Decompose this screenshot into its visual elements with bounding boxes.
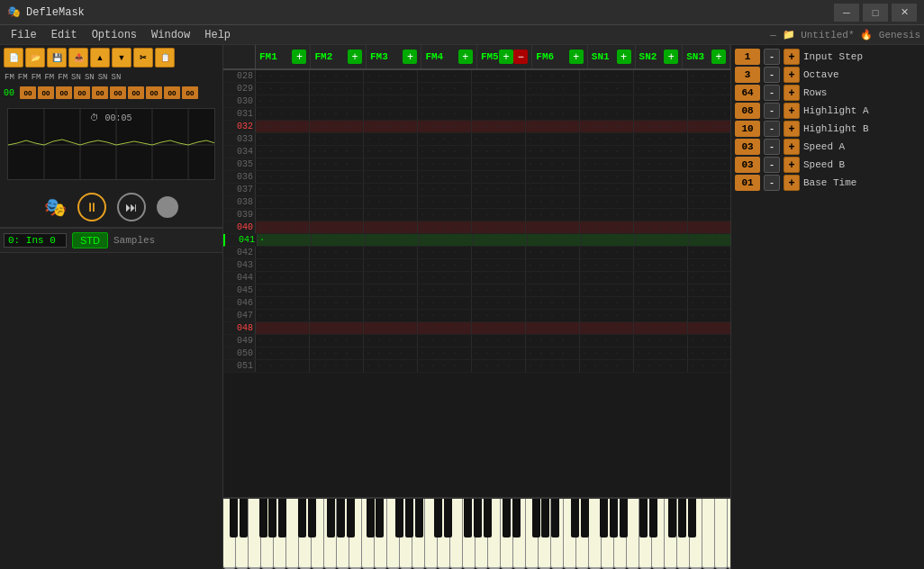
pattern-cell[interactable]: · · · · xyxy=(472,335,526,347)
pattern-cell[interactable]: · · · · xyxy=(634,297,688,309)
black-key[interactable] xyxy=(678,499,686,537)
pattern-cell[interactable]: · · · · xyxy=(580,259,634,271)
pattern-cell[interactable]: · · · · xyxy=(310,108,364,120)
pattern-cell[interactable]: · · · · xyxy=(312,234,366,246)
pattern-row[interactable]: 046· · · ·· · · ·· · · ·· · · ·· · · ·· … xyxy=(223,297,730,310)
pattern-cell[interactable]: · · · · xyxy=(472,171,526,183)
pattern-cell[interactable]: · · · · xyxy=(364,247,418,258)
menu-help[interactable]: Help xyxy=(197,27,238,43)
ch8-btn[interactable]: 00 xyxy=(146,86,162,99)
open-button[interactable]: 📂 xyxy=(25,48,45,68)
pattern-cell[interactable]: · · · · xyxy=(688,133,730,145)
pattern-row[interactable]: 037· · · ·· · · ·· · · ·· · · ·· · · ·· … xyxy=(223,184,730,196)
pattern-cell[interactable]: · · · · xyxy=(366,234,420,246)
pattern-cell[interactable]: · · · · xyxy=(526,322,580,334)
pattern-cell[interactable]: · · · · xyxy=(364,133,418,145)
fm2-add-btn[interactable]: + xyxy=(348,50,362,64)
fm5-minus-btn[interactable]: − xyxy=(513,50,528,64)
pattern-cell[interactable]: · · · · xyxy=(418,272,472,284)
pattern-row[interactable]: 033· · · ·· · · ·· · · ·· · · ·· · · ·· … xyxy=(223,133,730,146)
pattern-cell[interactable]: · · · · xyxy=(634,335,688,347)
pattern-cell[interactable]: · · · · xyxy=(634,209,688,221)
pattern-cell[interactable]: · · · · xyxy=(418,259,472,271)
speed-a-minus[interactable]: - xyxy=(764,139,780,155)
pattern-row[interactable]: 036· · · ·· · · ·· · · ·· · · ·· · · ·· … xyxy=(223,171,730,184)
pattern-cell[interactable]: · · · · xyxy=(580,360,634,372)
pattern-cell[interactable]: · · · · xyxy=(364,70,418,82)
pattern-cell[interactable]: · · · · xyxy=(364,310,418,321)
pattern-cell[interactable]: · · · · xyxy=(310,158,364,170)
ch9-btn[interactable]: 00 xyxy=(164,86,180,99)
pattern-cell[interactable]: · · · · xyxy=(472,322,526,334)
pattern-cell[interactable]: · · · · xyxy=(580,310,634,321)
pattern-cell[interactable]: · · · · xyxy=(634,247,688,258)
black-key[interactable] xyxy=(474,499,482,537)
pattern-cell[interactable]: · · · · xyxy=(256,146,310,158)
pattern-cell[interactable]: · · · · xyxy=(256,196,310,208)
pattern-row[interactable]: 040· · · ·· · · ·· · · ·· · · ·· · · ·· … xyxy=(223,221,730,234)
pattern-cell[interactable]: · · · · xyxy=(688,158,730,170)
pattern-cell[interactable]: · · · · xyxy=(526,221,580,233)
pattern-cell[interactable]: · · · · xyxy=(526,247,580,258)
black-key[interactable] xyxy=(444,499,452,537)
pattern-cell[interactable]: · · · · xyxy=(472,297,526,309)
black-key[interactable] xyxy=(639,499,648,537)
pattern-cell[interactable]: · · · · xyxy=(580,284,634,296)
piano-keyboard[interactable] xyxy=(223,497,730,569)
pattern-cell[interactable]: · · · · xyxy=(634,133,688,145)
pattern-cell[interactable]: · · · · xyxy=(310,70,364,82)
new-button[interactable]: 📄 xyxy=(4,48,23,68)
pattern-row[interactable]: 042· · · ·· · · ·· · · ·· · · ·· · · ·· … xyxy=(223,247,730,259)
pattern-cell[interactable]: · · · · xyxy=(418,221,472,233)
pattern-cell[interactable]: · · · · xyxy=(310,121,364,132)
pattern-cell[interactable]: · · · · xyxy=(364,284,418,296)
white-key[interactable] xyxy=(702,499,715,569)
pattern-cell[interactable]: · · · · xyxy=(580,95,634,107)
pattern-cell[interactable]: · · · · xyxy=(634,272,688,284)
pattern-cell[interactable]: · · · · xyxy=(472,259,526,271)
pattern-row[interactable]: 029· · · ·· · · ·· · · ·· · · ·· · · ·· … xyxy=(223,83,730,95)
ch1-btn[interactable]: 00 xyxy=(20,86,36,99)
pattern-cell[interactable]: · · · · xyxy=(580,121,634,132)
black-key[interactable] xyxy=(337,499,345,537)
pattern-cell[interactable]: · · · · xyxy=(472,95,526,107)
pattern-cell[interactable]: · · · · xyxy=(688,209,730,221)
pattern-cell[interactable]: · · · · xyxy=(256,272,310,284)
pattern-cell[interactable]: · · · · xyxy=(364,259,418,271)
pattern-cell[interactable]: · · · · xyxy=(256,221,310,233)
pattern-cell[interactable]: · · · · xyxy=(580,133,634,145)
highlight-a-minus[interactable]: - xyxy=(764,103,780,119)
down-button[interactable]: ▼ xyxy=(112,48,131,68)
pattern-cell[interactable]: · · · · xyxy=(364,272,418,284)
pattern-cell[interactable]: · · · · xyxy=(364,209,418,221)
black-key[interactable] xyxy=(230,499,238,537)
pattern-cell[interactable]: · · · · xyxy=(688,310,730,321)
pattern-cell[interactable]: · · · · xyxy=(418,121,472,132)
pause-button[interactable]: ⏸ xyxy=(77,193,106,221)
speed-b-minus[interactable]: - xyxy=(764,157,780,173)
sn1-add-btn[interactable]: + xyxy=(617,50,631,64)
pattern-cell[interactable]: · · · · xyxy=(688,121,730,132)
pattern-cell[interactable]: · · · · xyxy=(418,108,472,120)
pattern-cell[interactable]: · · · · xyxy=(256,297,310,309)
pattern-cell[interactable]: · · · · xyxy=(256,70,310,82)
pattern-cell[interactable]: · · · · xyxy=(580,247,634,258)
black-key[interactable] xyxy=(668,499,676,537)
pattern-cell[interactable]: · · · · xyxy=(364,158,418,170)
save-button[interactable]: 💾 xyxy=(47,48,67,68)
pattern-cell[interactable]: · · · · xyxy=(310,209,364,221)
black-key[interactable] xyxy=(551,499,559,537)
menu-edit[interactable]: Edit xyxy=(44,27,85,43)
pattern-cell[interactable]: · · · · xyxy=(688,196,730,208)
black-key[interactable] xyxy=(278,499,286,537)
pattern-cell[interactable]: · · · · xyxy=(526,310,580,321)
pattern-cell[interactable]: · · · · xyxy=(310,196,364,208)
pattern-cell[interactable]: · · · · xyxy=(636,234,690,246)
pattern-cell[interactable]: · · · · xyxy=(472,158,526,170)
fm3-add-btn[interactable]: + xyxy=(403,50,417,64)
pattern-row[interactable]: 034· · · ·· · · ·· · · ·· · · ·· · · ·· … xyxy=(223,146,730,158)
ch5-btn[interactable]: 00 xyxy=(92,86,108,99)
pattern-cell[interactable]: · · · · xyxy=(364,121,418,132)
pattern-cell[interactable]: · · · · xyxy=(310,83,364,95)
pattern-cell[interactable]: · · · · xyxy=(256,348,310,359)
